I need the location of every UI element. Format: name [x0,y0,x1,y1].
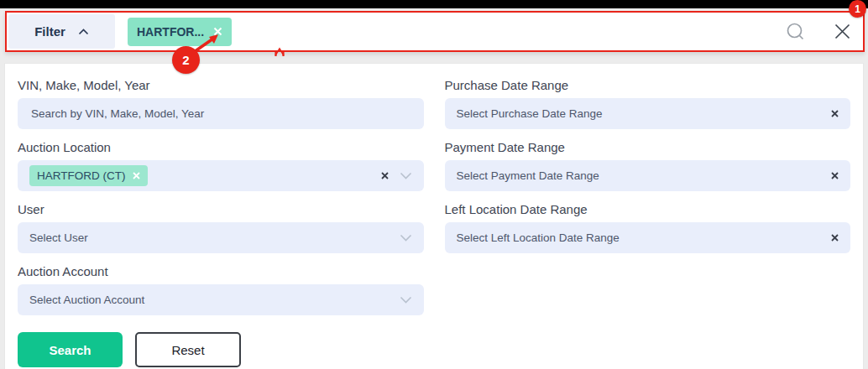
auction-location-clear-icon[interactable] [381,172,389,179]
payment-date-range-clear-icon[interactable] [831,172,839,179]
field-payment-date-range: Payment Date Range Select Payment Date R… [445,140,851,191]
close-icon[interactable] [834,23,851,40]
left-location-date-range-label: Left Location Date Range [445,202,851,216]
payment-date-range-picker[interactable]: Select Payment Date Range [445,160,851,191]
payment-date-range-placeholder: Select Payment Date Range [457,169,832,182]
annotation-badge-2: 2 [172,46,200,74]
form-actions: Search Reset [18,332,424,367]
user-chevron-down-icon[interactable] [400,234,412,242]
vin-search-input[interactable] [29,97,412,130]
filter-panel-right-column: Purchase Date Range Select Purchase Date… [445,78,851,367]
filter-button-label: Filter [34,24,65,39]
auction-account-select[interactable]: Select Auction Account [18,284,424,315]
field-user: User Select User [18,202,424,253]
chip-remove-icon[interactable] [213,27,222,36]
auction-location-chip-remove-icon[interactable] [133,172,140,179]
field-auction-location: Auction Location HARTFORD (CT) [18,140,424,191]
active-filter-chip[interactable]: HARTFOR... [128,18,232,46]
search-icon[interactable] [785,21,807,43]
vin-search-control [18,98,424,129]
filter-topbar: Filter HARTFOR... [5,11,865,52]
purchase-date-range-clear-icon[interactable] [831,110,839,117]
left-location-date-range-picker[interactable]: Select Left Location Date Range [445,222,851,253]
purchase-date-range-placeholder: Select Purchase Date Range [457,107,832,120]
annotation-badge-1: 1 [849,0,866,18]
field-left-location-date-range: Left Location Date Range Select Left Loc… [445,202,851,253]
top-black-strip [0,0,868,8]
active-filter-chip-label: HARTFOR... [137,25,204,39]
left-location-date-range-placeholder: Select Left Location Date Range [457,231,832,244]
purchase-date-range-label: Purchase Date Range [445,78,851,92]
user-select[interactable]: Select User [18,222,424,253]
auction-location-chevron-down-icon[interactable] [400,172,412,179]
field-vin-make-model-year: VIN, Make, Model, Year [18,78,424,129]
auction-account-label: Auction Account [18,264,424,278]
auction-location-chip-label: HARTFORD (CT) [37,169,126,182]
purchase-date-range-picker[interactable]: Select Purchase Date Range [445,98,851,129]
search-button[interactable]: Search [18,332,123,367]
auction-location-chip[interactable]: HARTFORD (CT) [29,165,148,186]
filter-panel-left-column: VIN, Make, Model, Year Auction Location … [18,78,424,367]
payment-date-range-label: Payment Date Range [445,140,851,154]
left-location-date-range-clear-icon[interactable] [831,234,839,242]
auction-location-select[interactable]: HARTFORD (CT) [18,160,424,191]
chevron-up-icon [78,29,89,35]
screen: Filter HARTFOR... 1 2 [0,0,868,369]
auction-account-chevron-down-icon[interactable] [400,296,412,304]
field-purchase-date-range: Purchase Date Range Select Purchase Date… [445,78,851,129]
auction-location-label: Auction Location [18,140,424,154]
user-label: User [18,202,424,216]
vin-field-label: VIN, Make, Model, Year [18,78,424,92]
filter-panel: VIN, Make, Model, Year Auction Location … [4,63,864,369]
filter-toggle-button[interactable]: Filter [8,14,115,49]
user-select-placeholder: Select User [29,231,400,244]
field-auction-account: Auction Account Select Auction Account [18,264,424,315]
reset-button[interactable]: Reset [135,332,241,367]
auction-account-placeholder: Select Auction Account [29,294,400,306]
